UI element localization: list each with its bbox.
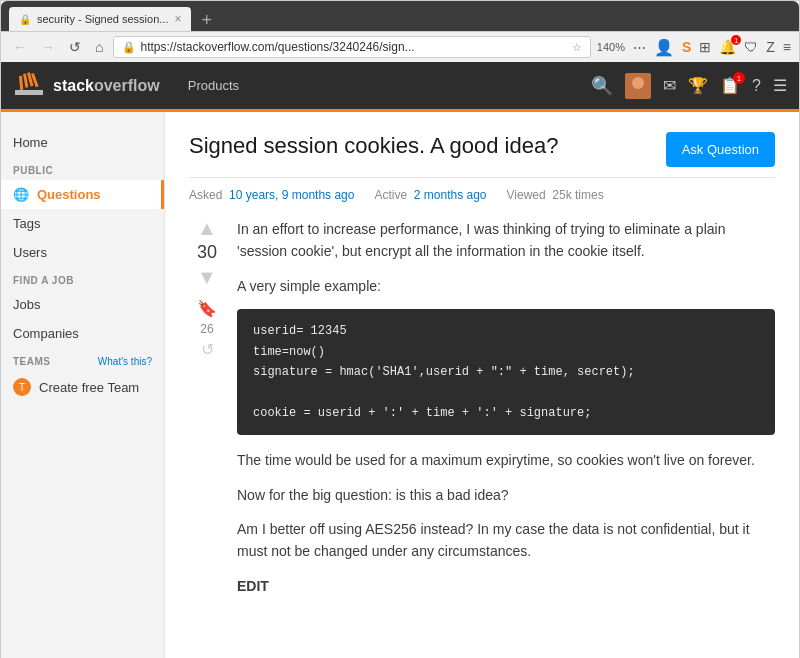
svg-rect-3 [23,73,28,87]
sidebar-teams-label: TEAMS [13,356,51,367]
vote-up-btn[interactable]: ▲ [197,218,217,238]
question-title: Signed session cookies. A good idea? [189,132,646,161]
sidebar-item-tags[interactable]: Tags [1,209,164,238]
sidebar-item-create-team[interactable]: T Create free Team [1,371,164,403]
hamburger-icon[interactable]: ☰ [773,76,787,95]
post-body: In an effort to increase performance, I … [237,218,775,609]
logo-text: stackoverflow [53,77,160,95]
team-icon: T [13,378,31,396]
svg-point-7 [632,77,644,89]
globe-icon: 🌐 [13,187,29,202]
whats-this-link[interactable]: What's this? [98,356,152,367]
sidebar-item-jobs[interactable]: Jobs [1,290,164,319]
tab-bar: 🔒 security - Signed session... × + [9,7,791,31]
edit-heading: EDIT [237,575,775,597]
code-block: userid= 12345 time=now() signature = hma… [237,309,775,435]
home-label: Home [13,135,48,150]
jobs-label: Jobs [13,297,40,312]
address-bar[interactable]: 🔒 https://stackoverflow.com/questions/32… [113,36,590,58]
svg-rect-1 [15,93,43,95]
questions-label: Questions [37,187,101,202]
reload-btn[interactable]: ↺ [65,37,85,57]
active-label: Active [374,188,407,202]
vote-down-btn[interactable]: ▼ [197,267,217,287]
help-icon[interactable]: ? [752,77,761,95]
sidebar-public-label: PUBLIC [1,157,164,180]
sidebar-item-companies[interactable]: Companies [1,319,164,348]
browser-toolbar: ← → ↺ ⌂ 🔒 https://stackoverflow.com/ques… [1,31,799,62]
tab-title: security - Signed session... [37,13,168,25]
asked-label: Asked [189,188,222,202]
users-label: Users [13,245,47,260]
sidebar-item-users[interactable]: Users [1,238,164,267]
tab-close-btn[interactable]: × [174,12,181,26]
logo: stackoverflow [13,70,160,102]
active-tab[interactable]: 🔒 security - Signed session... × [9,7,191,31]
content-area: Home PUBLIC 🌐 Questions Tags Users FIND … [1,112,799,658]
body-paragraph-5: Am I better off using AES256 instead? In… [237,518,775,563]
sidebar-item-questions[interactable]: 🌐 Questions [1,180,164,209]
asked-value[interactable]: 10 years, 9 months ago [229,188,354,202]
main-content: Signed session cookies. A good idea? Ask… [165,112,799,658]
active-value[interactable]: 2 months ago [414,188,487,202]
so-icon[interactable]: S [682,39,691,55]
menu-icon[interactable]: ≡ [783,39,791,55]
home-btn[interactable]: ⌂ [91,37,107,57]
sidebar-item-home[interactable]: Home [1,128,164,157]
create-team-label: Create free Team [39,380,139,395]
achievements-icon[interactable]: 📋1 [720,76,740,95]
shield-icon[interactable]: 🛡 [744,39,758,55]
grid-icon[interactable]: ⊞ [699,39,711,55]
inbox-icon[interactable]: ✉ [663,76,676,95]
svg-rect-0 [15,90,43,93]
notifications-icon[interactable]: 🔔 1 [719,39,736,55]
sidebar: Home PUBLIC 🌐 Questions Tags Users FIND … [1,112,165,658]
viewed-label: Viewed [507,188,546,202]
new-tab-btn[interactable]: + [195,10,218,31]
search-icon[interactable]: 🔍 [591,75,613,97]
bookmark-star-icon[interactable]: ☆ [572,41,582,54]
tab-favicon: 🔒 [19,14,31,25]
bookmark-btn[interactable]: 🔖 [197,299,217,318]
save-count: 26 [200,322,213,336]
body-paragraph-1: In an effort to increase performance, I … [237,218,775,263]
history-btn[interactable]: ↺ [201,340,214,359]
url-text: https://stackoverflow.com/questions/3240… [140,40,567,54]
profile-icon[interactable]: 👤 [654,38,674,57]
zoom-level: 140% [597,41,625,53]
svg-rect-2 [19,75,23,89]
companies-label: Companies [13,326,79,341]
zotero-icon[interactable]: Z [766,39,775,55]
address-icons: ☆ [572,41,582,54]
products-btn[interactable]: Products [180,74,247,97]
body-paragraph-4: Now for the big question: is this a bad … [237,484,775,506]
ssl-lock-icon: 🔒 [122,41,136,54]
question-meta: Asked 10 years, 9 months ago Active 2 mo… [189,188,775,202]
browser-chrome: 🔒 security - Signed session... × + [1,1,799,31]
vote-cell: ▲ 30 ▼ 🔖 26 ↺ [189,218,225,609]
asked-meta: Asked 10 years, 9 months ago [189,188,354,202]
vote-count: 30 [197,242,217,263]
forward-btn[interactable]: → [37,37,59,57]
notification-badge: 1 [731,35,741,45]
nav-icons: 🔍 ✉ 🏆 📋1 ? ☰ [591,73,787,99]
top-nav: stackoverflow Products 🔍 ✉ 🏆 📋1 ? ☰ [1,62,799,112]
ask-question-btn[interactable]: Ask Question [666,132,775,167]
body-paragraph-2: A very simple example: [237,275,775,297]
back-btn[interactable]: ← [9,37,31,57]
viewed-value: 25k times [552,188,603,202]
viewed-meta: Viewed 25k times [507,188,604,202]
post-layout: ▲ 30 ▼ 🔖 26 ↺ In an effort to increase p… [189,218,775,609]
question-header: Signed session cookies. A good idea? Ask… [189,132,775,178]
logo-icon [13,70,45,102]
body-paragraph-3: The time would be used for a maximum exp… [237,449,775,471]
active-meta: Active 2 months ago [374,188,486,202]
user-avatar[interactable] [625,73,651,99]
trophy-icon[interactable]: 🏆 [688,76,708,95]
extensions-icon[interactable]: ⋯ [633,40,646,55]
tags-label: Tags [13,216,40,231]
toolbar-icons: 140% ⋯ 👤 S ⊞ 🔔 1 🛡 Z ≡ [597,38,791,57]
sidebar-jobs-label: FIND A JOB [1,267,164,290]
